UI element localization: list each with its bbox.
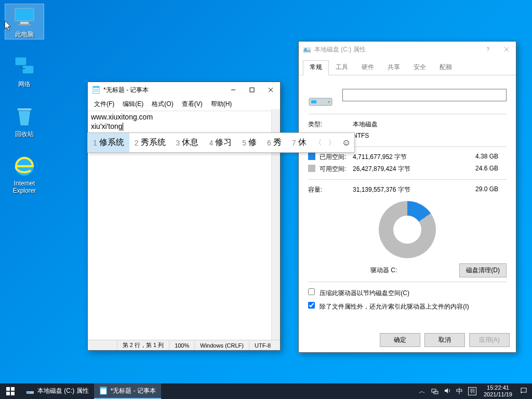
- tab-tools[interactable]: 工具: [329, 60, 355, 75]
- properties-window: 本地磁盘 (C:) 属性 ? 常规 工具 硬件 共享 安全 配额 类型:本地磁盘…: [298, 41, 516, 353]
- label-used: 已用空间:: [320, 153, 346, 161]
- ime-candidate[interactable]: 6秀: [262, 133, 287, 152]
- ime-candidate[interactable]: 2秀系统: [129, 133, 171, 152]
- notepad-icon: [92, 86, 100, 94]
- usage-donut-chart: [379, 201, 436, 258]
- drive-large-icon: [308, 83, 333, 108]
- notepad-statusbar: 第 2 行，第 1 列 100% Windows (CRLF) UTF-8: [88, 340, 280, 350]
- system-tray: ︿ 中 羽 15:22:41 2021/11/19: [418, 384, 532, 398]
- tray-chevron-up-icon[interactable]: ︿: [418, 387, 427, 396]
- tab-security[interactable]: 安全: [407, 60, 433, 75]
- svg-rect-3: [18, 24, 31, 25]
- svg-rect-19: [304, 48, 307, 51]
- svg-rect-2: [20, 22, 29, 24]
- ime-next-icon[interactable]: 〉: [325, 138, 339, 148]
- value-used-human: 4.38 GB: [475, 153, 507, 162]
- status-encoding: UTF-8: [249, 340, 280, 350]
- svg-rect-27: [6, 392, 10, 395]
- label-capacity: 容量:: [308, 185, 353, 194]
- icon-label: InternetExplorer: [5, 180, 44, 194]
- cursor-icon: [4, 21, 12, 31]
- used-color-swatch: [308, 153, 315, 160]
- close-button[interactable]: [261, 83, 280, 98]
- svg-rect-28: [11, 392, 15, 395]
- label-free: 可用空间:: [320, 165, 346, 172]
- svg-rect-0: [15, 8, 34, 21]
- svg-rect-26: [11, 387, 15, 391]
- status-zoom: 100%: [169, 340, 194, 350]
- svg-rect-5: [22, 65, 34, 74]
- volume-name-input[interactable]: [342, 89, 507, 101]
- svg-rect-4: [15, 57, 26, 65]
- tray-clock[interactable]: 15:22:41 2021/11/19: [481, 384, 515, 398]
- ime-prev-icon[interactable]: 〈: [312, 138, 325, 148]
- value-used-bytes: 4,711,677,952 字节: [353, 153, 475, 162]
- tray-volume-icon[interactable]: [443, 387, 451, 396]
- tray-notifications-icon[interactable]: [520, 387, 528, 396]
- drive-label: 驱动器 C:: [308, 266, 459, 275]
- value-fs: NTFS: [353, 132, 507, 141]
- apply-button[interactable]: 应用(A): [469, 333, 510, 347]
- minimize-button[interactable]: [224, 83, 243, 98]
- desktop-icon-ie[interactable]: InternetExplorer: [5, 154, 44, 194]
- ime-candidate[interactable]: 4修习: [204, 133, 237, 152]
- ime-candidate[interactable]: 1修系统: [88, 133, 129, 152]
- menu-help[interactable]: 帮助(H): [207, 99, 236, 110]
- svg-rect-25: [6, 387, 10, 391]
- ime-candidate[interactable]: 3休息: [171, 133, 204, 152]
- cancel-button[interactable]: 取消: [424, 333, 465, 347]
- help-button[interactable]: ?: [478, 42, 497, 57]
- icon-label: 网络: [5, 80, 44, 89]
- checkbox-index[interactable]: 除了文件属性外，还允许索引此驱动器上文件的内容(I): [308, 300, 507, 313]
- ime-candidate[interactable]: 5修: [237, 133, 262, 152]
- menu-file[interactable]: 文件(F): [90, 99, 118, 110]
- value-free-human: 24.6 GB: [475, 165, 507, 174]
- label-type: 类型:: [308, 120, 353, 129]
- start-button[interactable]: [0, 383, 21, 399]
- text-line: xiu'xi'tong: [91, 122, 123, 130]
- value-capacity-bytes: 31,139,557,376 字节: [353, 185, 475, 194]
- notepad-title: *无标题 - 记事本: [103, 86, 224, 95]
- desktop-icon-network[interactable]: 网络: [5, 54, 44, 89]
- tab-sharing[interactable]: 共享: [381, 60, 407, 75]
- taskbar-item-notepad[interactable]: *无标题 - 记事本: [94, 383, 161, 399]
- properties-tabs: 常规 工具 硬件 共享 安全 配额: [299, 57, 516, 75]
- text-line: www.xiuxitong.com: [91, 113, 153, 121]
- svg-point-24: [328, 101, 330, 103]
- notepad-window: *无标题 - 记事本 文件(F) 编辑(E) 格式(O) 查看(V) 帮助(H)…: [87, 82, 281, 351]
- svg-rect-32: [100, 387, 107, 389]
- checkbox-compress[interactable]: 压缩此驱动器以节约磁盘空间(C): [308, 286, 507, 300]
- taskbar: 本地磁盘 (C:) 属性 *无标题 - 记事本 ︿ 中 羽 15:22:41 2…: [0, 383, 532, 399]
- notepad-titlebar[interactable]: *无标题 - 记事本: [88, 82, 280, 98]
- tab-general[interactable]: 常规: [303, 60, 329, 75]
- tray-network-icon[interactable]: [431, 387, 439, 396]
- properties-title: 本地磁盘 (C:) 属性: [314, 45, 478, 54]
- tab-quota[interactable]: 配额: [433, 60, 459, 75]
- value-capacity-human: 29.0 GB: [475, 185, 507, 194]
- properties-titlebar[interactable]: 本地磁盘 (C:) 属性 ?: [299, 42, 516, 57]
- desktop-icon-recycle-bin[interactable]: 回收站: [5, 104, 44, 139]
- drive-icon: [26, 387, 34, 395]
- value-type: 本地磁盘: [353, 120, 507, 129]
- menu-view[interactable]: 查看(V): [178, 99, 207, 110]
- svg-rect-14: [250, 88, 254, 92]
- svg-rect-30: [28, 392, 30, 393]
- svg-rect-35: [521, 388, 526, 392]
- menu-format[interactable]: 格式(O): [148, 99, 177, 110]
- tray-ime-mode[interactable]: 羽: [468, 387, 476, 395]
- disk-cleanup-button[interactable]: 磁盘清理(D): [459, 263, 507, 277]
- tray-ime-lang[interactable]: 中: [456, 387, 464, 396]
- ok-button[interactable]: 确定: [380, 333, 420, 347]
- tab-hardware[interactable]: 硬件: [355, 60, 381, 75]
- value-free-bytes: 26,427,879,424 字节: [353, 165, 475, 174]
- ime-emoji-icon[interactable]: ☺: [339, 138, 354, 148]
- taskbar-item-properties[interactable]: 本地磁盘 (C:) 属性: [21, 383, 94, 399]
- maximize-button[interactable]: [243, 83, 261, 98]
- drive-icon: [303, 45, 311, 54]
- menu-edit[interactable]: 编辑(E): [118, 99, 148, 110]
- ime-candidate[interactable]: 7休: [287, 133, 312, 152]
- icon-label: 回收站: [5, 130, 44, 139]
- icon-label: 此电脑: [5, 30, 44, 39]
- close-button[interactable]: [497, 42, 516, 57]
- notepad-menubar: 文件(F) 编辑(E) 格式(O) 查看(V) 帮助(H): [88, 98, 280, 111]
